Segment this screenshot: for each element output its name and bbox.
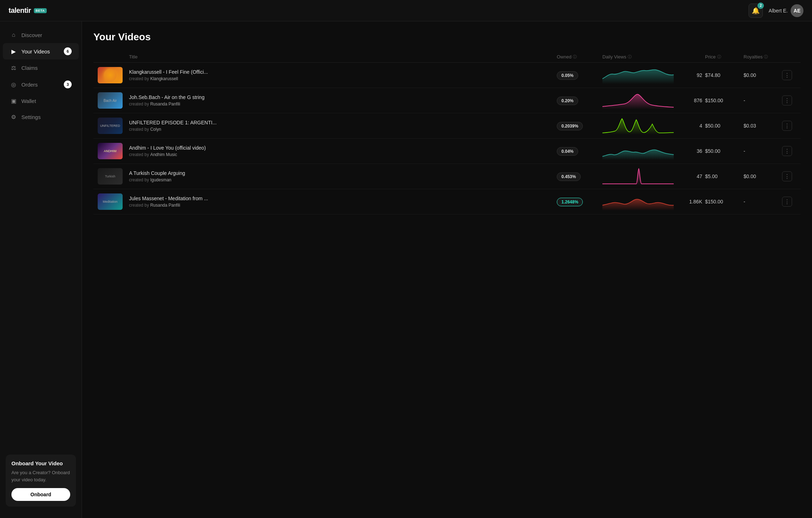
views-count: 36 (688, 148, 702, 154)
video-creator: created by Igudesman (129, 177, 554, 182)
owned-cell: 0.453% (557, 173, 600, 180)
sidebar-item-label: Your Videos (21, 48, 50, 55)
th-owned: Owned ⓘ (557, 54, 600, 59)
video-info: Jules Massenet - Meditation from ... cre… (129, 196, 554, 208)
sidebar-item-discover[interactable]: ⌂ Discover (3, 27, 79, 42)
notification-button[interactable]: 🔔 2 (749, 4, 763, 18)
video-title: Joh.Seb.Bach - Air on the G string (129, 94, 243, 100)
table-row: ANDHIM Andhim - I Love You (official vid… (93, 139, 801, 164)
app-name: talentir (9, 6, 31, 15)
table-header: Title Owned ⓘ Daily Views ⓘ Price ⓘ Roya… (93, 51, 801, 63)
owned-badge: 1.2648% (557, 198, 583, 206)
video-thumbnail: Bach Air (98, 92, 123, 109)
owned-badge: 0.04% (557, 147, 578, 156)
user-info[interactable]: Albert E. AE (769, 4, 803, 17)
owned-cell: 0.2039% (557, 123, 600, 129)
beta-badge: BETA (34, 8, 47, 13)
video-info: Joh.Seb.Bach - Air on the G string creat… (129, 94, 554, 107)
more-options-button[interactable]: ⋮ (782, 171, 792, 181)
main-content: Your Videos Title Owned ⓘ Daily Views ⓘ … (82, 21, 812, 518)
chart-cell: 47 (602, 167, 702, 185)
video-info: A Turkish Couple Arguing created by Igud… (129, 170, 554, 182)
page-title: Your Videos (93, 31, 801, 43)
avatar: AE (791, 4, 803, 17)
views-count: 4 (688, 123, 702, 129)
price-info-icon: ⓘ (717, 54, 721, 59)
th-royalties: Royalties ⓘ (744, 54, 779, 59)
sidebar: ⌂ Discover ▶ Your Videos 6 ⚖ Claims ◎ Or… (0, 21, 82, 518)
video-title: Andhim - I Love You (official video) (129, 145, 243, 151)
videos-badge: 6 (64, 47, 72, 55)
owned-info-icon: ⓘ (573, 54, 577, 59)
onboard-card-text: Are you a Creator? Onboard your video to… (11, 469, 70, 483)
table-row: UNFILTERED UNFILTERED EPISODE 1: ARGENTI… (93, 113, 801, 139)
table-row: Turkish A Turkish Couple Arguing created… (93, 164, 801, 189)
video-info: UNFILTERED EPISODE 1: ARGENTI... created… (129, 120, 554, 132)
video-thumbnail: UNFILTERED (98, 118, 123, 134)
video-creator: created by Colyn (129, 127, 554, 132)
user-name: Albert E. (769, 8, 788, 14)
owned-cell: 0.05% (557, 72, 600, 78)
header: talentir BETA 🔔 2 Albert E. AE (0, 0, 812, 21)
video-title: UNFILTERED EPISODE 1: ARGENTI... (129, 120, 243, 125)
onboard-card: Onboard Your Video Are you a Creator? On… (6, 455, 76, 507)
onboard-button[interactable]: Onboard (11, 488, 70, 501)
video-title: Klangkarussell - I Feel Fine (Offici... (129, 69, 243, 75)
video-thumbnail: Turkish (98, 168, 123, 185)
more-options-button[interactable]: ⋮ (782, 70, 792, 80)
owned-cell: 0.20% (557, 97, 600, 104)
video-info: Andhim - I Love You (official video) cre… (129, 145, 554, 157)
royalty-cell: - (744, 98, 779, 103)
sidebar-item-label: Discover (21, 32, 42, 38)
sidebar-item-settings[interactable]: ⚙ Settings (3, 109, 79, 125)
chart-area (602, 92, 684, 109)
sidebar-bottom: Onboard Your Video Are you a Creator? On… (0, 449, 82, 512)
views-count: 92 (688, 72, 702, 78)
royalty-cell: - (744, 199, 779, 204)
table-row: Bach Air Joh.Seb.Bach - Air on the G str… (93, 88, 801, 113)
price-cell: $50.00 (705, 123, 741, 129)
chart-cell: 92 (602, 66, 702, 84)
video-thumbnail (98, 67, 123, 83)
video-creator: created by Rusanda Panfili (129, 203, 554, 208)
sidebar-item-orders[interactable]: ◎ Orders 3 (3, 76, 79, 93)
views-count: 47 (688, 173, 702, 179)
chart-cell: 876 (602, 92, 702, 109)
more-options-button[interactable]: ⋮ (782, 95, 792, 105)
chart-area (602, 193, 684, 211)
owned-cell: 0.04% (557, 148, 600, 154)
video-info: Klangkarussell - I Feel Fine (Offici... … (129, 69, 554, 81)
sidebar-item-your-videos[interactable]: ▶ Your Videos 6 (3, 43, 79, 59)
views-info-icon: ⓘ (628, 54, 632, 59)
chart-area (602, 66, 684, 84)
sidebar-item-claims[interactable]: ⚖ Claims (3, 60, 79, 76)
th-price: Price ⓘ (705, 54, 741, 59)
royalty-cell: $0.03 (744, 123, 779, 129)
sidebar-item-wallet[interactable]: ▣ Wallet (3, 93, 79, 109)
video-title: A Turkish Couple Arguing (129, 170, 243, 176)
claims-icon: ⚖ (10, 64, 17, 71)
notification-count: 2 (757, 2, 764, 9)
home-icon: ⌂ (10, 32, 17, 38)
chart-area (602, 167, 684, 185)
owned-cell: 1.2648% (557, 198, 600, 205)
views-count: 1.86K (688, 199, 702, 204)
th-actions (782, 54, 796, 59)
video-icon: ▶ (10, 48, 17, 55)
owned-badge: 0.05% (557, 71, 578, 80)
header-right: 🔔 2 Albert E. AE (749, 4, 803, 18)
th-thumb (98, 54, 126, 59)
chart-area (602, 142, 684, 160)
views-count: 876 (688, 98, 702, 103)
sidebar-item-label: Settings (21, 114, 41, 120)
layout: ⌂ Discover ▶ Your Videos 6 ⚖ Claims ◎ Or… (0, 21, 812, 518)
settings-icon: ⚙ (10, 114, 17, 120)
more-options-button[interactable]: ⋮ (782, 121, 792, 131)
logo: talentir BETA (9, 6, 47, 15)
th-title: Title (129, 54, 554, 59)
royalty-cell: $0.00 (744, 72, 779, 78)
more-options-button[interactable]: ⋮ (782, 146, 792, 156)
price-cell: $150.00 (705, 199, 741, 204)
more-options-button[interactable]: ⋮ (782, 197, 792, 207)
owned-badge: 0.20% (557, 97, 578, 105)
